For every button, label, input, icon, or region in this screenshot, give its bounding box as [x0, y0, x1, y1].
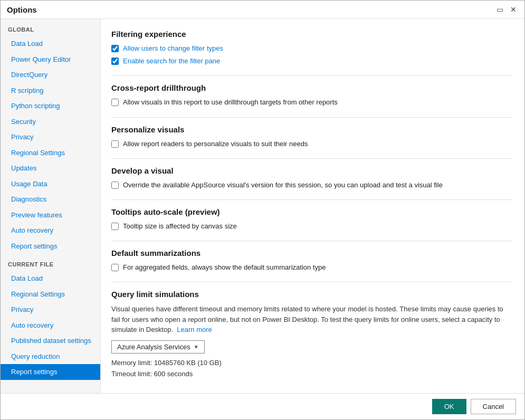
- window-controls: ▭ ✕: [495, 5, 518, 14]
- sidebar-item-diagnostics[interactable]: Diagnostics: [1, 192, 100, 207]
- label-tooltip-canvas: Tooltip size is affected by canvas size: [123, 222, 237, 231]
- sidebar-item-cf-report-settings[interactable]: Report settings: [1, 364, 100, 380]
- checkbox-allow-filter-types[interactable]: [111, 45, 119, 52]
- divider-6: [111, 282, 512, 282]
- section-title-personalize: Personalize visuals: [111, 125, 512, 134]
- label-allow-drillthrough: Allow visuals in this report to use dril…: [123, 98, 338, 107]
- checkbox-row-personalize: Allow report readers to personalize visu…: [111, 139, 512, 149]
- checkbox-row-develop-visual: Override the available AppSource visual'…: [111, 180, 512, 190]
- chevron-down-icon: ▼: [194, 344, 199, 350]
- checkbox-override-appsource[interactable]: [111, 182, 119, 189]
- sidebar: GLOBAL Data Load Power Query Editor Dire…: [1, 19, 101, 393]
- checkbox-allow-personalize[interactable]: [111, 140, 119, 148]
- main-scroll-area[interactable]: Filtering experience Allow users to chan…: [101, 19, 524, 393]
- sidebar-item-cf-query-reduction[interactable]: Query reduction: [1, 349, 100, 365]
- title-bar: Options ▭ ✕: [1, 1, 524, 19]
- section-title-tooltips: Tooltips auto-scale (preview): [111, 207, 512, 216]
- main-panel: Filtering experience Allow users to chan…: [101, 19, 524, 393]
- divider-4: [111, 199, 512, 200]
- label-override-appsource: Override the available AppSource visual'…: [123, 180, 443, 190]
- label-aggregated-fields: For aggregated fields, always show the d…: [123, 263, 326, 272]
- capacity-dropdown[interactable]: Azure Analysis Services ▼: [111, 340, 205, 354]
- checkbox-aggregated-fields[interactable]: [111, 264, 119, 271]
- minimize-button[interactable]: ▭: [495, 5, 504, 14]
- checkbox-tooltip-canvas[interactable]: [111, 223, 119, 230]
- sidebar-item-security[interactable]: Security: [1, 114, 100, 130]
- query-limit-description: Visual queries have different timeout an…: [111, 304, 512, 335]
- label-allow-personalize: Allow report readers to personalize visu…: [123, 139, 308, 149]
- sidebar-item-cf-regional-settings[interactable]: Regional Settings: [1, 287, 100, 302]
- sidebar-item-cf-auto-recovery[interactable]: Auto recovery: [1, 318, 100, 333]
- timeout-limit: Timeout limit: 600 seconds: [111, 369, 512, 380]
- sidebar-item-privacy[interactable]: Privacy: [1, 129, 100, 145]
- section-title-develop-visual: Develop a visual: [111, 166, 512, 175]
- sidebar-item-cf-privacy[interactable]: Privacy: [1, 302, 100, 318]
- checkbox-row-summarizations: For aggregated fields, always show the d…: [111, 263, 512, 272]
- sidebar-item-updates[interactable]: Updates: [1, 160, 100, 176]
- checkbox-row-tooltip: Tooltip size is affected by canvas size: [111, 222, 512, 231]
- dialog-title: Options: [7, 5, 37, 14]
- checkbox-row-enable-search: Enable search for the filter pane: [111, 56, 512, 66]
- learn-more-link[interactable]: Learn more: [177, 326, 212, 333]
- sidebar-item-power-query-editor[interactable]: Power Query Editor: [1, 52, 100, 68]
- divider-5: [111, 241, 512, 241]
- content-area: GLOBAL Data Load Power Query Editor Dire…: [1, 19, 524, 393]
- divider-2: [111, 117, 512, 118]
- sidebar-item-cf-data-load[interactable]: Data Load: [1, 271, 100, 287]
- section-title-filtering: Filtering experience: [111, 30, 512, 39]
- section-title-cross-report: Cross-report drillthrough: [111, 83, 512, 92]
- sidebar-item-python-scripting[interactable]: Python scripting: [1, 98, 100, 114]
- sidebar-item-preview-features[interactable]: Preview features: [1, 207, 100, 223]
- checkbox-allow-drillthrough[interactable]: [111, 99, 119, 106]
- section-title-query-limit: Query limit simulations: [111, 290, 512, 299]
- cancel-button[interactable]: Cancel: [471, 399, 516, 414]
- sidebar-item-cf-published-dataset[interactable]: Published dataset settings: [1, 333, 100, 349]
- section-query-limit: Query limit simulations Visual queries h…: [111, 290, 512, 379]
- checkbox-row-allow-filter: Allow users to change filter types: [111, 44, 512, 53]
- global-section-header: GLOBAL: [1, 19, 100, 36]
- sidebar-item-auto-recovery[interactable]: Auto recovery: [1, 223, 100, 238]
- section-personalize: Personalize visuals Allow report readers…: [111, 125, 512, 149]
- section-title-default-summarizations: Default summarizations: [111, 249, 512, 257]
- section-tooltips: Tooltips auto-scale (preview) Tooltip si…: [111, 207, 512, 231]
- sidebar-item-report-settings-global[interactable]: Report settings: [1, 238, 100, 254]
- sidebar-item-usage-data[interactable]: Usage Data: [1, 176, 100, 192]
- sidebar-item-regional-settings[interactable]: Regional Settings: [1, 145, 100, 161]
- memory-limit: Memory limit: 10485760 KB (10 GB): [111, 358, 512, 369]
- close-button[interactable]: ✕: [509, 5, 518, 14]
- section-filtering-experience: Filtering experience Allow users to chan…: [111, 30, 512, 66]
- dialog-footer: OK Cancel: [1, 393, 524, 419]
- section-develop-visual: Develop a visual Override the available …: [111, 166, 512, 190]
- ok-button[interactable]: OK: [432, 399, 466, 414]
- label-allow-filter-types: Allow users to change filter types: [123, 44, 223, 53]
- checkbox-enable-search-filter[interactable]: [111, 58, 119, 65]
- options-dialog: Options ▭ ✕ GLOBAL Data Load Power Query…: [0, 0, 525, 420]
- divider-1: [111, 75, 512, 76]
- sidebar-item-data-load[interactable]: Data Load: [1, 36, 100, 52]
- section-cross-report: Cross-report drillthrough Allow visuals …: [111, 83, 512, 107]
- section-default-summarizations: Default summarizations For aggregated fi…: [111, 249, 512, 272]
- dropdown-value: Azure Analysis Services: [117, 343, 190, 351]
- current-file-section-header: CURRENT FILE: [1, 254, 100, 271]
- checkbox-row-cross-report: Allow visuals in this report to use dril…: [111, 98, 512, 107]
- label-enable-search-filter: Enable search for the filter pane: [123, 56, 220, 66]
- divider-3: [111, 158, 512, 159]
- sidebar-item-r-scripting[interactable]: R scripting: [1, 83, 100, 99]
- sidebar-item-directquery[interactable]: DirectQuery: [1, 67, 100, 83]
